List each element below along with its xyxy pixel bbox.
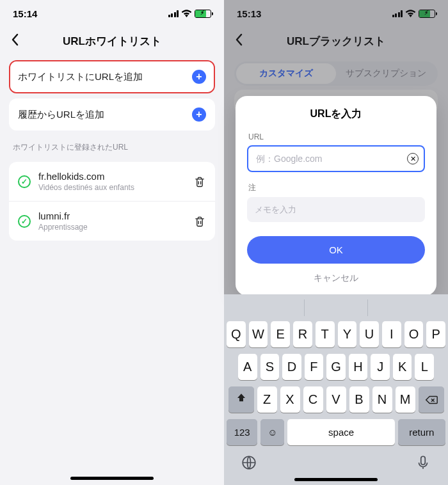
battery-icon: ⚡︎ <box>195 10 211 18</box>
key-f[interactable]: F <box>305 354 324 380</box>
clock: 15:14 <box>13 8 37 19</box>
key-z[interactable]: Z <box>257 386 277 413</box>
trash-icon[interactable] <box>193 175 206 189</box>
return-key[interactable]: return <box>398 419 445 445</box>
wifi-icon <box>181 9 192 19</box>
add-history-card: 履歴からURLを追加 + <box>9 99 215 131</box>
cancel-button[interactable]: キャンセル <box>247 264 425 288</box>
key-c[interactable]: C <box>303 386 323 413</box>
svg-rect-1 <box>421 456 426 465</box>
home-indicator[interactable] <box>294 478 378 481</box>
key-q[interactable]: Q <box>227 321 246 347</box>
key-w[interactable]: W <box>249 321 268 347</box>
url-label: URL <box>248 132 424 141</box>
key-a[interactable]: A <box>238 354 257 380</box>
whitelist-items-card: ✓ fr.hellokids.com Vidéos destinés aux e… <box>9 162 215 241</box>
key-row-bottom: 123 ☺ space return <box>224 419 448 445</box>
nav-header: URLホワイトリスト <box>0 27 224 55</box>
item-desc: Vidéos destinés aux enfants <box>38 183 186 192</box>
list-item[interactable]: ✓ fr.hellokids.com Vidéos destinés aux e… <box>9 162 215 202</box>
url-input[interactable] <box>247 145 425 172</box>
key-row-2: ASDFGHJKL <box>224 354 448 380</box>
key-k[interactable]: K <box>393 354 412 380</box>
plus-icon: + <box>192 70 206 84</box>
ok-button[interactable]: OK <box>247 236 425 264</box>
status-right: ⚡︎ <box>168 9 212 19</box>
right-screen: 15:13 ⚡︎ URLブラックリスト カスタマイズ サブスクリプション URL… <box>224 0 448 485</box>
add-history-label: 履歴からURLを追加 <box>18 109 104 121</box>
key-e[interactable]: E <box>271 321 290 347</box>
key-row-3: ZXCVBNM <box>224 386 448 413</box>
emoji-key[interactable]: ☺ <box>260 419 284 445</box>
space-key[interactable]: space <box>287 419 394 445</box>
key-row-1: QWERTYUIOP <box>224 321 448 347</box>
keyboard: QWERTYUIOP ASDFGHJKL ZXCVBNM 123 ☺ space… <box>224 294 448 485</box>
note-label: 注 <box>248 182 424 193</box>
key-o[interactable]: O <box>404 321 424 347</box>
key-g[interactable]: G <box>326 354 346 380</box>
home-indicator[interactable] <box>70 477 154 480</box>
cell-signal-icon <box>168 10 179 17</box>
left-screen: 15:14 ⚡︎ URLホワイトリスト ホワイトリストにURLを追加 + 履歴か… <box>0 0 224 485</box>
mic-icon[interactable] <box>415 454 431 473</box>
section-header: ホワイトリストに登録されたURL <box>13 142 211 153</box>
trash-icon[interactable] <box>193 214 206 228</box>
key-b[interactable]: B <box>349 386 369 413</box>
check-icon: ✓ <box>18 215 31 228</box>
url-input-modal: URLを入力 URL ✕ 注 OK キャンセル <box>236 96 436 296</box>
key-i[interactable]: I <box>382 321 401 347</box>
add-whitelist-label: ホワイトリストにURLを追加 <box>18 71 143 83</box>
key-m[interactable]: M <box>396 386 415 413</box>
key-j[interactable]: J <box>371 354 390 380</box>
modal-title: URLを入力 <box>247 107 425 121</box>
numbers-key[interactable]: 123 <box>227 419 257 445</box>
status-bar: 15:14 ⚡︎ <box>0 0 224 27</box>
globe-icon[interactable] <box>241 454 257 473</box>
suggestion-bar[interactable] <box>224 294 448 321</box>
page-title: URLホワイトリスト <box>63 34 161 49</box>
key-u[interactable]: U <box>360 321 379 347</box>
note-input[interactable] <box>247 197 425 222</box>
add-whitelist-highlight: ホワイトリストにURLを追加 + <box>9 60 215 93</box>
item-url: fr.hellokids.com <box>38 171 186 182</box>
clear-icon[interactable]: ✕ <box>407 153 419 164</box>
item-desc: Apprentissage <box>38 223 186 232</box>
key-s[interactable]: S <box>260 354 280 380</box>
key-y[interactable]: Y <box>338 321 357 347</box>
key-t[interactable]: T <box>316 321 335 347</box>
item-url: lumni.fr <box>38 211 186 221</box>
key-n[interactable]: N <box>372 386 392 413</box>
add-history-row[interactable]: 履歴からURLを追加 + <box>9 99 215 131</box>
key-h[interactable]: H <box>349 354 368 380</box>
shift-key[interactable] <box>228 386 254 413</box>
key-x[interactable]: X <box>280 386 300 413</box>
back-button[interactable] <box>10 32 19 50</box>
add-whitelist-row[interactable]: ホワイトリストにURLを追加 + <box>10 61 214 92</box>
list-item[interactable]: ✓ lumni.fr Apprentissage <box>9 202 215 241</box>
key-v[interactable]: V <box>326 386 346 413</box>
check-icon: ✓ <box>18 175 31 188</box>
backspace-key[interactable] <box>419 386 444 413</box>
key-l[interactable]: L <box>415 354 434 380</box>
plus-icon: + <box>192 107 206 122</box>
key-p[interactable]: P <box>426 321 445 347</box>
key-r[interactable]: R <box>293 321 312 347</box>
key-d[interactable]: D <box>282 354 301 380</box>
